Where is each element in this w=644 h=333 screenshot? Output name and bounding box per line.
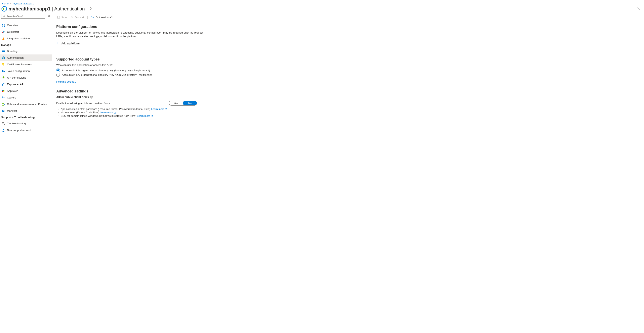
chevron-right-icon: › xyxy=(10,2,11,5)
account-types-question: Who can use this application or access t… xyxy=(56,64,297,66)
help-me-decide-link[interactable]: Help me decide... xyxy=(56,80,76,83)
discard-icon xyxy=(71,16,74,19)
sidebar: Overview Quickstart Integration assistan… xyxy=(0,14,52,138)
sidebar-item-overview[interactable]: Overview xyxy=(0,22,52,28)
toggle-yes[interactable]: Yes xyxy=(169,101,183,105)
manifest-icon xyxy=(2,109,5,112)
svg-rect-27 xyxy=(3,110,4,110)
discard-button[interactable]: Discard xyxy=(70,15,84,20)
collapse-sidebar-icon[interactable] xyxy=(47,14,51,18)
radio-multi-tenant[interactable]: Accounts in any organizational directory… xyxy=(56,73,297,76)
sidebar-group-manage: Manage xyxy=(0,42,52,48)
page-title: myhealthapisapp1 | Authentication xyxy=(8,6,85,12)
svg-point-31 xyxy=(3,129,4,130)
list-item: SSO for domain-joined Windows (Windows I… xyxy=(61,114,297,117)
heading-supported-account-types: Supported account types xyxy=(56,57,297,62)
pin-icon[interactable] xyxy=(88,7,92,10)
heading-advanced-settings: Advanced settings xyxy=(56,89,297,94)
sidebar-item-label: Owners xyxy=(7,96,16,99)
learn-more-link[interactable]: Learn more xyxy=(137,114,153,117)
authentication-icon xyxy=(2,56,5,60)
radio-label: Accounts in this organizational director… xyxy=(62,69,150,72)
toggle-no[interactable]: No xyxy=(183,101,197,106)
sidebar-item-expose-an-api[interactable]: Expose an API xyxy=(0,81,52,88)
svg-point-18 xyxy=(2,85,3,86)
heading-allow-public-client-flows: Allow public client flows i xyxy=(56,96,297,99)
sidebar-item-label: API permissions xyxy=(7,76,26,79)
heading-platform-configurations: Platform configurations xyxy=(56,25,297,29)
breadcrumb-app[interactable]: myhealthapisapp1 xyxy=(13,2,34,5)
search-icon xyxy=(2,15,5,18)
breadcrumb: Home › myhealthapisapp1 xyxy=(0,0,644,6)
plus-icon xyxy=(56,42,59,45)
sidebar-item-integration-assistant[interactable]: Integration assistant xyxy=(0,35,52,42)
svg-point-11 xyxy=(2,63,4,65)
add-platform-button[interactable]: Add a platform xyxy=(56,41,80,46)
radio-label: Accounts in any organizational directory… xyxy=(62,73,152,76)
learn-more-link[interactable]: Learn more xyxy=(151,108,167,110)
sidebar-item-label: Roles and administrators | Preview xyxy=(7,103,48,106)
page-header: myhealthapisapp1 | Authentication ··· xyxy=(0,6,644,14)
troubleshooting-icon xyxy=(2,122,5,125)
learn-more-link[interactable]: Learn more xyxy=(100,111,116,114)
save-button[interactable]: Save xyxy=(56,15,68,20)
svg-rect-4 xyxy=(4,24,5,25)
svg-line-30 xyxy=(4,124,4,125)
sidebar-item-certificates-secrets[interactable]: Certificates & secrets xyxy=(0,61,52,68)
external-link-icon xyxy=(165,108,167,110)
public-client-flows-toggle[interactable]: Yes No xyxy=(169,101,197,106)
app-roles-icon xyxy=(2,90,5,93)
sidebar-item-label: Overview xyxy=(7,24,18,27)
svg-rect-3 xyxy=(2,24,3,25)
svg-point-17 xyxy=(3,77,4,78)
sidebar-item-label: New support request xyxy=(7,128,31,132)
sidebar-item-authentication[interactable]: Authentication xyxy=(0,54,52,61)
svg-rect-28 xyxy=(3,111,4,111)
enable-flows-label: Enable the following mobile and desktop … xyxy=(56,102,110,105)
sidebar-item-token-configuration[interactable]: Token configuration xyxy=(0,68,52,74)
sidebar-item-new-support-request[interactable]: New support request xyxy=(0,127,52,134)
content: Save Discard Got feedback? Platform conf… xyxy=(52,14,301,126)
svg-point-23 xyxy=(2,96,4,98)
close-icon[interactable] xyxy=(637,7,640,10)
sidebar-item-label: Branding xyxy=(7,50,18,53)
svg-rect-16 xyxy=(4,71,5,72)
save-icon xyxy=(57,16,60,19)
svg-line-2 xyxy=(4,16,5,17)
command-bar: Save Discard Got feedback? xyxy=(56,14,297,21)
search-input[interactable] xyxy=(6,15,44,18)
search-input-wrapper[interactable] xyxy=(1,14,45,19)
flows-list: App collects plaintext password (Resourc… xyxy=(61,108,297,117)
svg-rect-15 xyxy=(3,70,4,72)
info-icon[interactable]: i xyxy=(90,96,93,98)
overview-icon xyxy=(2,24,5,27)
sidebar-item-roles-administrators[interactable]: Roles and administrators | Preview xyxy=(0,101,52,108)
owners-icon xyxy=(2,96,5,99)
quickstart-icon xyxy=(2,30,5,34)
list-item: App collects plaintext password (Resourc… xyxy=(61,108,297,110)
sidebar-item-app-roles[interactable]: App roles xyxy=(0,88,52,94)
sidebar-item-label: Certificates & secrets xyxy=(7,63,32,66)
feedback-button[interactable]: Got feedback? xyxy=(90,15,114,20)
sidebar-item-label: Quickstart xyxy=(7,30,19,33)
platform-description: Depending on the platform or device this… xyxy=(56,31,203,38)
svg-point-7 xyxy=(2,32,3,33)
breadcrumb-home[interactable]: Home xyxy=(2,2,9,5)
radio-single-tenant[interactable]: Accounts in this organizational director… xyxy=(56,68,297,72)
svg-point-29 xyxy=(2,122,4,124)
sidebar-item-api-permissions[interactable]: API permissions xyxy=(0,74,52,81)
svg-point-0 xyxy=(2,6,7,11)
branding-icon xyxy=(2,50,5,53)
sidebar-item-manifest[interactable]: Manifest xyxy=(0,108,52,114)
sidebar-item-quickstart[interactable]: Quickstart xyxy=(0,28,52,35)
svg-rect-14 xyxy=(2,70,3,72)
sidebar-item-label: Token configuration xyxy=(7,70,30,72)
sidebar-item-owners[interactable]: Owners xyxy=(0,94,52,101)
sidebar-item-troubleshooting[interactable]: Troubleshooting xyxy=(0,120,52,127)
sidebar-item-label: Expose an API xyxy=(7,83,24,86)
sidebar-item-branding[interactable]: Branding xyxy=(0,48,52,54)
svg-rect-5 xyxy=(2,26,3,27)
svg-rect-22 xyxy=(4,91,4,92)
more-icon[interactable]: ··· xyxy=(95,7,99,10)
app-registration-icon xyxy=(1,6,7,12)
